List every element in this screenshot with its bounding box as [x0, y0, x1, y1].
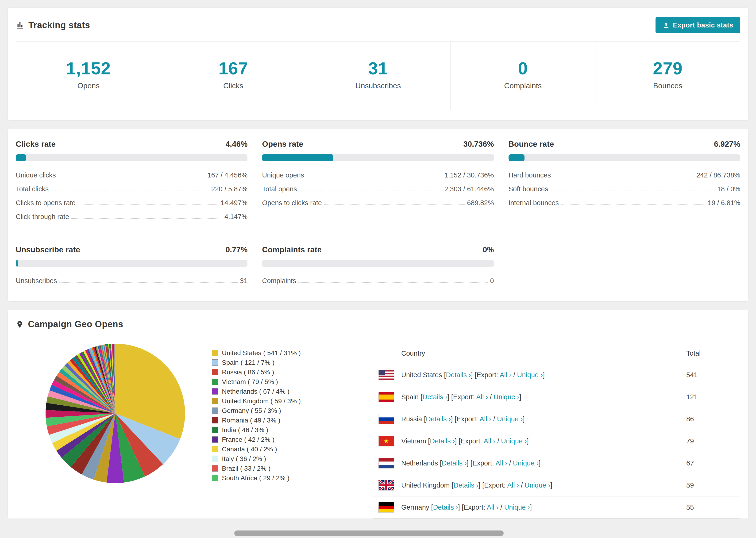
- geo-pie-chart: [45, 343, 186, 484]
- export-all-link[interactable]: All ›: [480, 415, 491, 423]
- rates-card: Clicks rate 4.46% Unique clicks 167 / 4.…: [8, 129, 748, 301]
- export-all-link[interactable]: All ›: [495, 459, 507, 467]
- export-prefix: Export:: [472, 459, 494, 467]
- legend-item: Vietnam ( 79 / 5% ): [212, 377, 334, 387]
- bounce-rate-progressbar: [509, 154, 740, 161]
- rate-row: Click through rate 4.147%: [16, 210, 247, 224]
- export-all-link[interactable]: All ›: [500, 371, 512, 379]
- rate-row: Unique opens 1,152 / 30.736%: [262, 168, 494, 182]
- opens-rate-value: 30.736%: [463, 140, 494, 149]
- legend-label: Romania ( 49 / 3% ): [222, 417, 280, 424]
- map-marker-icon: [16, 320, 24, 328]
- stat-box: 167 Clicks: [161, 41, 306, 110]
- geo-table-row: Netherlands [Details ›] [Export: All › /…: [374, 452, 740, 474]
- rate-row: Clicks to opens rate 14.497%: [16, 196, 247, 210]
- country-flag-icon: [378, 370, 394, 380]
- details-link[interactable]: Details ›: [422, 393, 447, 401]
- tracking-stats-page: Tracking stats Export basic stats 1,152 …: [0, 0, 756, 519]
- bounce-rate-block: Bounce rate 6.927% Hard bounces 242 / 86…: [509, 140, 740, 224]
- export-all-link[interactable]: All ›: [507, 481, 519, 489]
- legend-swatch-icon: [212, 417, 218, 423]
- country-flag-icon: [378, 414, 394, 424]
- country-name: Germany: [401, 504, 429, 511]
- legend-item: France ( 42 / 2% ): [212, 435, 334, 444]
- bounce-rate-title: Bounce rate: [509, 140, 554, 149]
- export-basic-stats-button[interactable]: Export basic stats: [656, 17, 740, 33]
- export-unique-link[interactable]: Unique ›: [497, 415, 523, 423]
- rate-row-value: 4.147%: [225, 213, 247, 221]
- legend-swatch-icon: [212, 465, 218, 471]
- export-all-link[interactable]: All ›: [487, 504, 499, 511]
- export-prefix: Export:: [453, 393, 475, 401]
- details-link[interactable]: Details ›: [433, 504, 458, 511]
- rate-row-value: 19 / 6.81%: [708, 199, 740, 207]
- bracket: ]: [458, 504, 460, 511]
- details-link[interactable]: Details ›: [430, 437, 455, 445]
- legend-swatch-icon: [212, 359, 218, 366]
- details-link[interactable]: Details ›: [426, 415, 451, 423]
- bracket: ]: [530, 504, 532, 511]
- export-icon: [663, 22, 670, 29]
- unsubscribe-rate-title: Unsubscribe rate: [16, 245, 80, 254]
- horizontal-scrollbar[interactable]: [234, 530, 503, 536]
- bounce-rate-value: 6.927%: [714, 140, 740, 149]
- geo-table-row: Vietnam [Details ›] [Export: All › / Uni…: [374, 430, 740, 452]
- stat-label: Bounces: [595, 81, 740, 90]
- legend-swatch-icon: [212, 369, 218, 375]
- opens-rate-title: Opens rate: [262, 140, 303, 149]
- dotted-leader: [78, 204, 218, 205]
- page-title: Tracking stats: [28, 20, 90, 30]
- export-unique-link[interactable]: Unique ›: [513, 459, 539, 467]
- legend-swatch-icon: [212, 427, 218, 433]
- legend-swatch-icon: [212, 456, 218, 462]
- geo-table-row: United States [Details ›] [Export: All ›…: [374, 364, 740, 386]
- export-unique-link[interactable]: Unique ›: [494, 393, 519, 401]
- export-unique-link[interactable]: Unique ›: [501, 437, 527, 445]
- bracket: [: [451, 393, 453, 401]
- legend-label: India ( 46 / 3% ): [222, 426, 268, 434]
- details-link[interactable]: Details ›: [442, 459, 467, 467]
- legend-item: Brazil ( 33 / 2% ): [212, 463, 334, 473]
- legend-label: Germany ( 55 / 3% ): [222, 407, 281, 414]
- geo-title: Campaign Geo Opens: [28, 319, 123, 329]
- country-total: 79: [686, 437, 737, 445]
- campaign-geo-opens-card: Campaign Geo Opens United States ( 541 /…: [8, 310, 748, 519]
- details-link[interactable]: Details ›: [453, 481, 478, 489]
- rate-row: Internal bounces 19 / 6.81%: [509, 196, 740, 210]
- rate-row: Total clicks 220 / 5.87%: [16, 182, 247, 196]
- legend-label: Netherlands ( 67 / 4% ): [222, 388, 290, 395]
- dotted-leader: [324, 204, 465, 205]
- bracket: [: [424, 415, 426, 423]
- export-all-link[interactable]: All ›: [476, 393, 488, 401]
- export-unique-link[interactable]: Unique ›: [517, 371, 543, 379]
- stat-label: Opens: [16, 81, 161, 90]
- legend-item: Germany ( 55 / 3% ): [212, 406, 334, 415]
- export-all-link[interactable]: All ›: [484, 437, 495, 445]
- slash-separator: /: [490, 393, 492, 401]
- legend-item: Netherlands ( 67 / 4% ): [212, 387, 334, 396]
- rate-row: Complaints 0: [262, 274, 494, 288]
- legend-item: Russia ( 86 / 5% ): [212, 367, 334, 377]
- country-total: 86: [686, 415, 737, 423]
- rate-row-value: 242 / 86.738%: [696, 171, 740, 179]
- legend-swatch-icon: [212, 446, 218, 452]
- stat-label: Complaints: [451, 81, 595, 90]
- export-unique-link[interactable]: Unique ›: [504, 504, 530, 511]
- rate-row: Hard bounces 242 / 86.738%: [509, 168, 740, 182]
- details-link[interactable]: Details ›: [446, 371, 471, 379]
- slash-separator: /: [500, 504, 502, 511]
- complaints-rate-value: 0%: [483, 245, 494, 254]
- legend-item: South Africa ( 29 / 2% ): [212, 473, 334, 483]
- complaints-rate-rows: Complaints 0: [262, 274, 494, 288]
- geo-table-header: Country Total: [374, 343, 740, 364]
- legend-swatch-icon: [212, 398, 218, 404]
- rate-row-value: 167 / 4.456%: [207, 171, 247, 179]
- bracket: [: [470, 459, 472, 467]
- rate-row-label: Internal bounces: [509, 199, 559, 207]
- slash-separator: /: [497, 437, 499, 445]
- unsubscribe-rate-rows: Unsubscribes 31: [16, 274, 247, 288]
- country-name: Spain: [401, 393, 419, 401]
- bracket: [: [428, 437, 430, 445]
- export-unique-link[interactable]: Unique ›: [525, 481, 551, 489]
- country-total: 541: [686, 371, 737, 379]
